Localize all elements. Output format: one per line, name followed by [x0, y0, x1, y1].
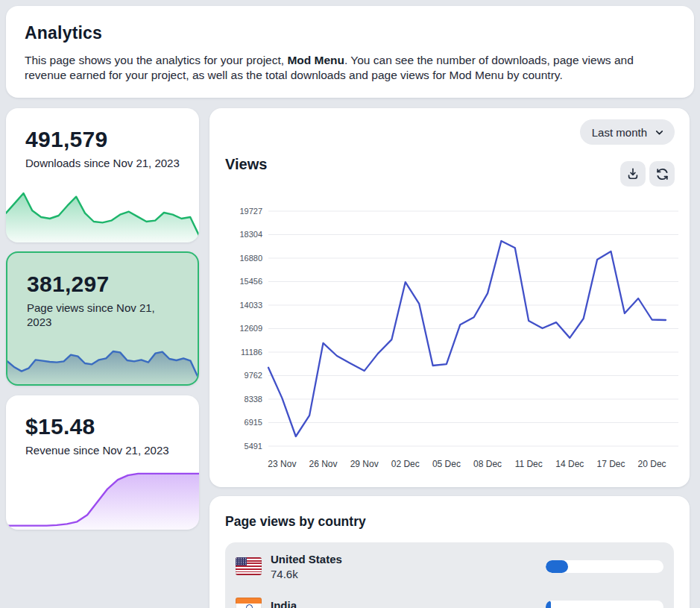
stat-card-downloads[interactable]: 491,579 Downloads since Nov 21, 2023: [6, 108, 199, 242]
country-progress-fill: [546, 560, 568, 573]
country-progress-bar: [546, 601, 663, 608]
description-text: This page shows you the analytics for yo…: [25, 54, 287, 66]
analytics-header-card: Analytics This page shows you the analyt…: [6, 6, 694, 98]
country-page-views: 74.6k: [271, 568, 342, 580]
svg-text:19727: 19727: [239, 207, 262, 216]
range-selector-label: Last month: [592, 126, 647, 139]
downloads-label: Downloads since Nov 21, 2023: [25, 156, 181, 170]
svg-text:14 Dec: 14 Dec: [555, 459, 584, 469]
download-icon: [625, 166, 640, 181]
svg-text:12609: 12609: [239, 324, 262, 333]
svg-text:29 Nov: 29 Nov: [350, 459, 379, 469]
stat-card-revenue[interactable]: $15.48 Revenue since Nov 21, 2023: [6, 395, 199, 530]
svg-text:23 Nov: 23 Nov: [268, 459, 296, 469]
views-chart-panel: Last month Views 19727183041688015456140…: [209, 108, 690, 487]
svg-text:17 Dec: 17 Dec: [596, 459, 625, 469]
chart-title: Views: [225, 156, 267, 173]
range-selector-button[interactable]: Last month: [580, 119, 675, 145]
svg-text:14033: 14033: [239, 301, 262, 310]
svg-text:26 Nov: 26 Nov: [309, 459, 338, 469]
chevron-down-icon: [654, 127, 665, 138]
country-progress-bar: [546, 560, 663, 573]
page-description: This page shows you the analytics for yo…: [25, 53, 675, 82]
downloads-sparkline: [6, 189, 199, 242]
svg-text:9762: 9762: [245, 371, 262, 380]
us-flag-icon: [236, 557, 262, 575]
india-flag-icon: [236, 598, 262, 608]
revenue-label: Revenue since Nov 21, 2023: [25, 443, 181, 457]
country-views-panel: Page views by country United States 74.6…: [209, 496, 690, 608]
country-row-india: India: [236, 586, 663, 608]
svg-text:11186: 11186: [241, 348, 262, 357]
svg-text:6915: 6915: [245, 418, 262, 427]
page-views-label: Page views since Nov 21, 2023: [27, 301, 180, 329]
country-name: United States: [271, 553, 342, 565]
svg-text:08 Dec: 08 Dec: [473, 459, 502, 469]
svg-text:8338: 8338: [245, 395, 262, 404]
stat-card-page-views[interactable]: 381,297 Page views since Nov 21, 2023: [6, 251, 199, 386]
svg-text:20 Dec: 20 Dec: [638, 459, 666, 469]
svg-text:18304: 18304: [239, 230, 262, 239]
country-name: India: [271, 599, 297, 608]
downloads-count: 491,579: [25, 127, 199, 152]
chart-toolbar: [620, 161, 675, 187]
refresh-icon: [655, 166, 670, 182]
refresh-chart-button[interactable]: [649, 161, 675, 187]
country-panel-title: Page views by country: [225, 514, 366, 530]
svg-text:02 Dec: 02 Dec: [391, 459, 420, 469]
country-list: United States 74.6k India: [225, 542, 674, 608]
svg-text:16880: 16880: [239, 254, 262, 263]
svg-text:5491: 5491: [245, 442, 262, 451]
svg-text:05 Dec: 05 Dec: [432, 459, 461, 469]
revenue-sparkline: [6, 468, 199, 530]
revenue-amount: $15.48: [25, 414, 199, 439]
page-views-count: 381,297: [27, 272, 198, 297]
country-row-united-states: United States 74.6k: [236, 546, 663, 586]
project-name: Mod Menu: [287, 54, 344, 66]
page-title: Analytics: [25, 23, 694, 43]
country-progress-fill: [546, 601, 551, 608]
page-views-sparkline: [7, 330, 198, 384]
views-line-chart: 1972718304168801545614033126091118697628…: [209, 108, 690, 487]
svg-text:15456: 15456: [239, 277, 262, 286]
download-chart-button[interactable]: [620, 161, 646, 187]
svg-text:11 Dec: 11 Dec: [515, 459, 543, 469]
